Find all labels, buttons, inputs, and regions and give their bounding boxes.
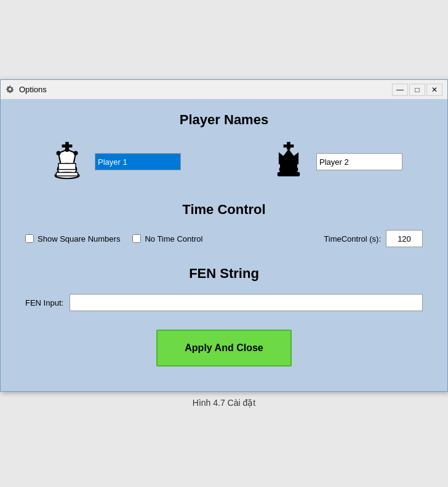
- fen-section: FEN String FEN Input:: [25, 266, 423, 311]
- svg-rect-1: [62, 145, 73, 148]
- close-button[interactable]: ✕: [426, 84, 442, 96]
- options-window: Options — □ ✕ Player Names: [0, 79, 448, 392]
- fen-input[interactable]: [70, 294, 423, 311]
- time-control-input[interactable]: [386, 230, 423, 247]
- svg-rect-13: [280, 164, 297, 170]
- svg-point-4: [65, 148, 70, 152]
- fen-label: FEN Input:: [25, 298, 63, 307]
- player2-input[interactable]: [316, 153, 402, 170]
- svg-rect-9: [57, 173, 78, 176]
- player1-input[interactable]: [95, 153, 181, 170]
- caption: Hình 4.7 Cài đặt: [193, 398, 255, 408]
- show-square-numbers-checkbox[interactable]: [25, 234, 34, 243]
- player1-group: [46, 140, 181, 183]
- apply-close-button[interactable]: Apply And Close: [156, 330, 292, 366]
- player-names-section: Player Names: [25, 112, 423, 183]
- black-king-icon: [267, 140, 310, 183]
- time-control-label: TimeControl (s):: [324, 234, 381, 244]
- time-control-row: Show Square Numbers No Time Control Time…: [25, 230, 423, 247]
- show-square-numbers-group: Show Square Numbers: [25, 234, 120, 244]
- minimize-button[interactable]: —: [392, 84, 408, 96]
- apply-section: Apply And Close: [25, 330, 423, 366]
- svg-rect-7: [58, 164, 76, 170]
- svg-rect-11: [284, 145, 294, 148]
- window-content: Player Names: [1, 100, 447, 391]
- player2-group: [267, 140, 402, 183]
- fen-row: FEN Input:: [25, 294, 423, 311]
- svg-point-5: [74, 151, 78, 156]
- time-control-section: Time Control Show Square Numbers No Time…: [25, 202, 423, 247]
- show-square-numbers-label: Show Square Numbers: [38, 234, 120, 244]
- svg-rect-14: [278, 172, 300, 176]
- time-control-right: TimeControl (s):: [324, 230, 423, 247]
- player-names-title: Player Names: [25, 112, 423, 128]
- no-time-control-label: No Time Control: [145, 234, 202, 244]
- no-time-control-group: No Time Control: [132, 234, 202, 244]
- white-king-icon: [46, 140, 89, 183]
- maximize-button[interactable]: □: [409, 84, 425, 96]
- window-title: Options: [19, 85, 392, 94]
- time-control-title: Time Control: [25, 202, 423, 218]
- title-bar: Options — □ ✕: [1, 80, 447, 100]
- players-row: [25, 140, 423, 183]
- window-controls: — □ ✕: [392, 84, 442, 96]
- gear-icon: [6, 85, 15, 95]
- no-time-control-checkbox[interactable]: [132, 234, 141, 243]
- svg-point-3: [57, 151, 61, 156]
- fen-title: FEN String: [25, 266, 423, 282]
